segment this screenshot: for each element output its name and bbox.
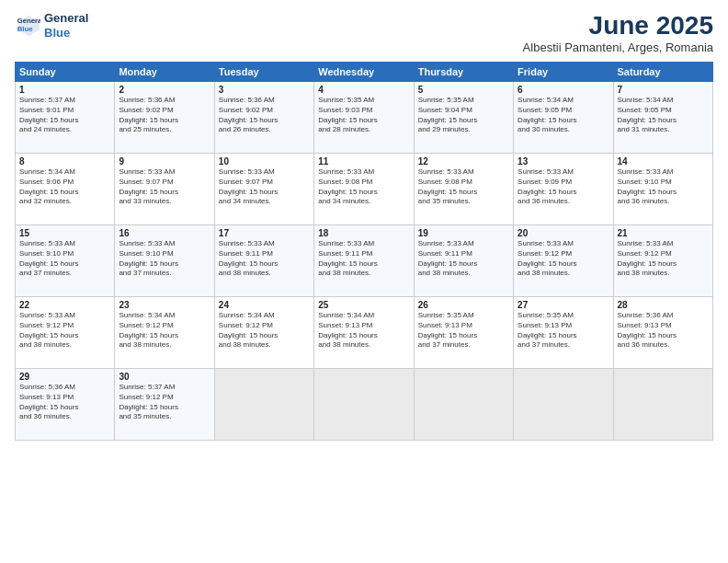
day-number: 28 xyxy=(618,300,709,310)
day-number: 14 xyxy=(618,156,709,167)
day-number: 6 xyxy=(518,85,609,95)
day-info: Sunrise: 5:33 AM Sunset: 9:12 PM Dayligh… xyxy=(518,239,609,279)
table-row: 7Sunrise: 5:34 AM Sunset: 9:05 PM Daylig… xyxy=(613,82,712,154)
calendar-week-row: 15Sunrise: 5:33 AM Sunset: 9:10 PM Dayli… xyxy=(16,225,713,297)
table-row: 16Sunrise: 5:33 AM Sunset: 9:10 PM Dayli… xyxy=(115,225,214,297)
table-row: 26Sunrise: 5:35 AM Sunset: 9:13 PM Dayli… xyxy=(414,297,513,369)
table-row: 13Sunrise: 5:33 AM Sunset: 9:09 PM Dayli… xyxy=(514,154,613,225)
day-info: Sunrise: 5:33 AM Sunset: 9:10 PM Dayligh… xyxy=(119,239,210,279)
day-number: 22 xyxy=(19,300,110,310)
table-row xyxy=(514,369,613,441)
svg-text:Blue: Blue xyxy=(17,24,33,32)
day-number: 15 xyxy=(19,228,110,238)
location-subtitle: Albestii Pamanteni, Arges, Romania xyxy=(523,40,713,54)
day-number: 8 xyxy=(19,156,110,167)
day-number: 7 xyxy=(618,85,709,95)
table-row: 20Sunrise: 5:33 AM Sunset: 9:12 PM Dayli… xyxy=(514,225,613,297)
col-wednesday: Wednesday xyxy=(314,63,414,82)
day-info: Sunrise: 5:33 AM Sunset: 9:10 PM Dayligh… xyxy=(618,167,709,207)
table-row: 21Sunrise: 5:33 AM Sunset: 9:12 PM Dayli… xyxy=(613,225,712,297)
day-info: Sunrise: 5:34 AM Sunset: 9:05 PM Dayligh… xyxy=(618,96,709,135)
day-info: Sunrise: 5:36 AM Sunset: 9:02 PM Dayligh… xyxy=(119,96,210,135)
day-number: 12 xyxy=(418,156,509,167)
calendar-table: Sunday Monday Tuesday Wednesday Thursday… xyxy=(15,62,713,441)
day-number: 26 xyxy=(418,300,509,310)
day-info: Sunrise: 5:33 AM Sunset: 9:10 PM Dayligh… xyxy=(19,239,110,279)
day-info: Sunrise: 5:33 AM Sunset: 9:08 PM Dayligh… xyxy=(318,167,409,207)
day-info: Sunrise: 5:34 AM Sunset: 9:13 PM Dayligh… xyxy=(318,311,409,350)
table-row: 27Sunrise: 5:35 AM Sunset: 9:13 PM Dayli… xyxy=(514,297,613,369)
page: General Blue General Blue June 2025 Albe… xyxy=(0,0,728,563)
table-row: 3Sunrise: 5:36 AM Sunset: 9:02 PM Daylig… xyxy=(214,82,313,154)
day-number: 24 xyxy=(219,300,310,310)
day-number: 11 xyxy=(318,156,409,167)
day-number: 4 xyxy=(318,85,409,95)
table-row: 5Sunrise: 5:35 AM Sunset: 9:04 PM Daylig… xyxy=(414,82,513,154)
table-row: 29Sunrise: 5:36 AM Sunset: 9:13 PM Dayli… xyxy=(16,369,115,441)
day-number: 29 xyxy=(19,372,110,382)
day-info: Sunrise: 5:33 AM Sunset: 9:12 PM Dayligh… xyxy=(19,311,110,350)
day-info: Sunrise: 5:34 AM Sunset: 9:05 PM Dayligh… xyxy=(518,96,609,135)
day-info: Sunrise: 5:33 AM Sunset: 9:11 PM Dayligh… xyxy=(219,239,310,279)
day-info: Sunrise: 5:35 AM Sunset: 9:04 PM Dayligh… xyxy=(418,96,509,135)
table-row: 4Sunrise: 5:35 AM Sunset: 9:03 PM Daylig… xyxy=(314,82,414,154)
day-number: 17 xyxy=(219,228,310,238)
day-info: Sunrise: 5:33 AM Sunset: 9:09 PM Dayligh… xyxy=(518,167,609,207)
table-row: 14Sunrise: 5:33 AM Sunset: 9:10 PM Dayli… xyxy=(613,154,712,225)
day-info: Sunrise: 5:35 AM Sunset: 9:03 PM Dayligh… xyxy=(318,96,409,135)
svg-text:General: General xyxy=(17,17,40,25)
calendar-week-row: 8Sunrise: 5:34 AM Sunset: 9:06 PM Daylig… xyxy=(16,154,713,225)
table-row xyxy=(314,369,414,441)
table-row: 30Sunrise: 5:37 AM Sunset: 9:12 PM Dayli… xyxy=(115,369,214,441)
table-row: 11Sunrise: 5:33 AM Sunset: 9:08 PM Dayli… xyxy=(314,154,414,225)
calendar-week-row: 1Sunrise: 5:37 AM Sunset: 9:01 PM Daylig… xyxy=(16,82,713,154)
day-info: Sunrise: 5:36 AM Sunset: 9:13 PM Dayligh… xyxy=(19,383,110,422)
day-number: 13 xyxy=(518,156,609,167)
day-info: Sunrise: 5:35 AM Sunset: 9:13 PM Dayligh… xyxy=(518,311,609,350)
day-info: Sunrise: 5:34 AM Sunset: 9:12 PM Dayligh… xyxy=(119,311,210,350)
day-info: Sunrise: 5:34 AM Sunset: 9:06 PM Dayligh… xyxy=(19,167,110,207)
day-info: Sunrise: 5:35 AM Sunset: 9:13 PM Dayligh… xyxy=(418,311,509,350)
day-info: Sunrise: 5:33 AM Sunset: 9:07 PM Dayligh… xyxy=(219,167,310,207)
day-number: 18 xyxy=(318,228,409,238)
table-row xyxy=(214,369,313,441)
day-number: 30 xyxy=(119,372,210,382)
table-row: 19Sunrise: 5:33 AM Sunset: 9:11 PM Dayli… xyxy=(414,225,513,297)
table-row: 6Sunrise: 5:34 AM Sunset: 9:05 PM Daylig… xyxy=(514,82,613,154)
table-row: 1Sunrise: 5:37 AM Sunset: 9:01 PM Daylig… xyxy=(16,82,115,154)
day-number: 3 xyxy=(219,85,310,95)
table-row: 10Sunrise: 5:33 AM Sunset: 9:07 PM Dayli… xyxy=(214,154,313,225)
day-number: 27 xyxy=(518,300,609,310)
logo-icon: General Blue xyxy=(15,13,40,39)
table-row: 23Sunrise: 5:34 AM Sunset: 9:12 PM Dayli… xyxy=(115,297,214,369)
day-info: Sunrise: 5:36 AM Sunset: 9:02 PM Dayligh… xyxy=(219,96,310,135)
day-number: 16 xyxy=(119,228,210,238)
table-row: 22Sunrise: 5:33 AM Sunset: 9:12 PM Dayli… xyxy=(16,297,115,369)
table-row: 12Sunrise: 5:33 AM Sunset: 9:08 PM Dayli… xyxy=(414,154,513,225)
day-info: Sunrise: 5:34 AM Sunset: 9:12 PM Dayligh… xyxy=(219,311,310,350)
day-info: Sunrise: 5:33 AM Sunset: 9:11 PM Dayligh… xyxy=(418,239,509,279)
logo-text: General Blue xyxy=(44,11,88,40)
day-info: Sunrise: 5:37 AM Sunset: 9:01 PM Dayligh… xyxy=(19,96,110,135)
table-row: 24Sunrise: 5:34 AM Sunset: 9:12 PM Dayli… xyxy=(214,297,313,369)
day-number: 5 xyxy=(418,85,509,95)
month-title: June 2025 xyxy=(523,11,713,40)
day-info: Sunrise: 5:37 AM Sunset: 9:12 PM Dayligh… xyxy=(119,383,210,422)
day-number: 19 xyxy=(418,228,509,238)
col-tuesday: Tuesday xyxy=(214,63,313,82)
day-number: 10 xyxy=(219,156,310,167)
day-number: 25 xyxy=(318,300,409,310)
day-info: Sunrise: 5:33 AM Sunset: 9:08 PM Dayligh… xyxy=(418,167,509,207)
table-row: 25Sunrise: 5:34 AM Sunset: 9:13 PM Dayli… xyxy=(314,297,414,369)
day-info: Sunrise: 5:33 AM Sunset: 9:11 PM Dayligh… xyxy=(318,239,409,279)
calendar-week-row: 29Sunrise: 5:36 AM Sunset: 9:13 PM Dayli… xyxy=(16,369,713,441)
day-number: 23 xyxy=(119,300,210,310)
col-monday: Monday xyxy=(115,63,214,82)
table-row: 9Sunrise: 5:33 AM Sunset: 9:07 PM Daylig… xyxy=(115,154,214,225)
day-number: 21 xyxy=(618,228,709,238)
day-info: Sunrise: 5:33 AM Sunset: 9:12 PM Dayligh… xyxy=(618,239,709,279)
table-row: 8Sunrise: 5:34 AM Sunset: 9:06 PM Daylig… xyxy=(16,154,115,225)
day-number: 1 xyxy=(19,85,110,95)
table-row: 18Sunrise: 5:33 AM Sunset: 9:11 PM Dayli… xyxy=(314,225,414,297)
table-row: 17Sunrise: 5:33 AM Sunset: 9:11 PM Dayli… xyxy=(214,225,313,297)
